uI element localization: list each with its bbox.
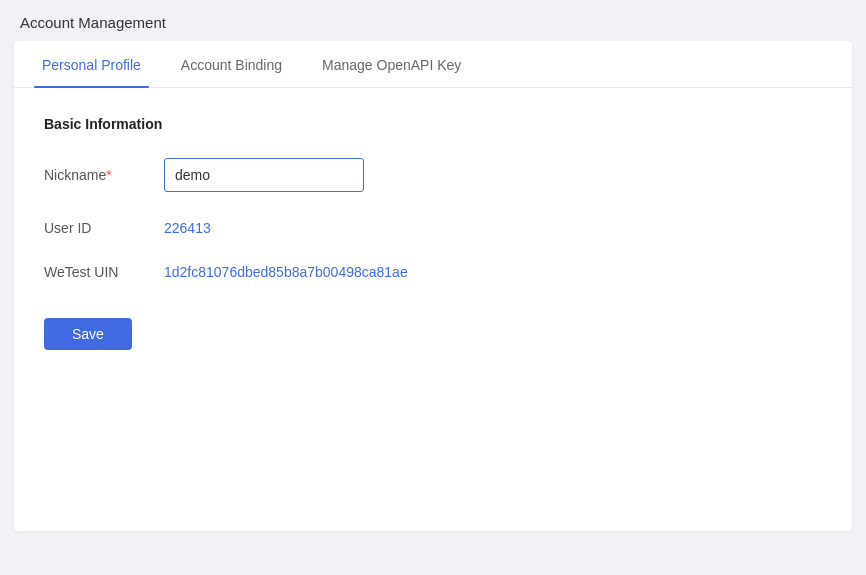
wetest-uin-value: 1d2fc81076dbed85b8a7b00498ca81ae	[164, 264, 408, 280]
wetest-uin-row: WeTest UIN 1d2fc81076dbed85b8a7b00498ca8…	[44, 264, 822, 280]
user-id-label: User ID	[44, 220, 164, 236]
tab-bar: Personal Profile Account Binding Manage …	[14, 41, 852, 88]
content-card: Personal Profile Account Binding Manage …	[14, 41, 852, 531]
user-id-row: User ID 226413	[44, 220, 822, 236]
save-button[interactable]: Save	[44, 318, 132, 350]
page-title: Account Management	[0, 0, 866, 41]
user-id-value: 226413	[164, 220, 211, 236]
nickname-input[interactable]	[164, 158, 364, 192]
section-title: Basic Information	[44, 116, 822, 132]
card-body: Basic Information Nickname* User ID 2264…	[14, 88, 852, 378]
nickname-row: Nickname*	[44, 158, 822, 192]
nickname-label: Nickname*	[44, 167, 164, 183]
tab-manage-openapi-key[interactable]: Manage OpenAPI Key	[314, 41, 469, 87]
wetest-uin-label: WeTest UIN	[44, 264, 164, 280]
tab-personal-profile[interactable]: Personal Profile	[34, 41, 149, 87]
tab-account-binding[interactable]: Account Binding	[173, 41, 290, 87]
